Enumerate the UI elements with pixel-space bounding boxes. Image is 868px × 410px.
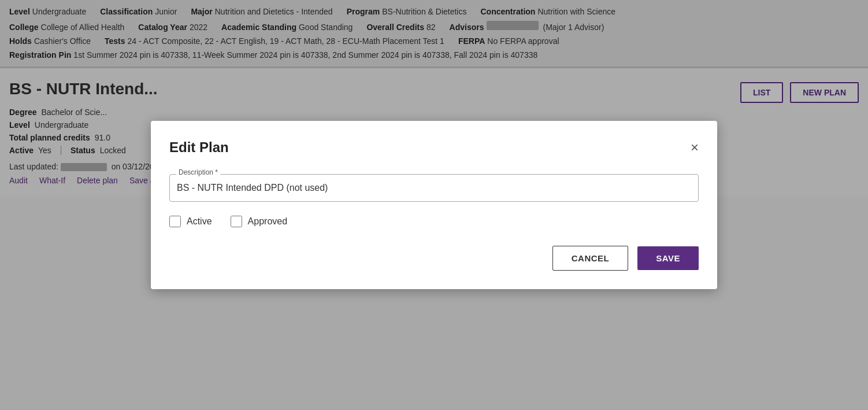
- approved-checkbox[interactable]: [231, 216, 242, 227]
- save-button[interactable]: SAVE: [637, 246, 699, 270]
- modal-overlay: Edit Plan × Description * Active: [0, 0, 868, 410]
- description-field-group: Description *: [169, 174, 699, 202]
- description-label: Description *: [176, 168, 220, 176]
- modal-body: Description * Active Approved: [169, 174, 699, 227]
- edit-plan-modal: Edit Plan × Description * Active: [151, 121, 717, 289]
- modal-footer: CANCEL SAVE: [169, 246, 699, 271]
- approved-checkbox-label: Approved: [248, 216, 288, 227]
- description-input[interactable]: [169, 174, 699, 202]
- cancel-button[interactable]: CANCEL: [552, 246, 629, 271]
- checkboxes-row: Active Approved: [169, 216, 699, 227]
- modal-title: Edit Plan: [169, 139, 229, 156]
- active-checkbox-item[interactable]: Active: [169, 216, 212, 227]
- modal-close-button[interactable]: ×: [691, 141, 699, 154]
- page-background: Level Undergraduate Classification Junio…: [0, 0, 868, 410]
- modal-header: Edit Plan ×: [169, 139, 699, 156]
- active-checkbox-label: Active: [187, 216, 212, 227]
- active-checkbox[interactable]: [169, 216, 181, 227]
- approved-checkbox-item[interactable]: Approved: [231, 216, 288, 227]
